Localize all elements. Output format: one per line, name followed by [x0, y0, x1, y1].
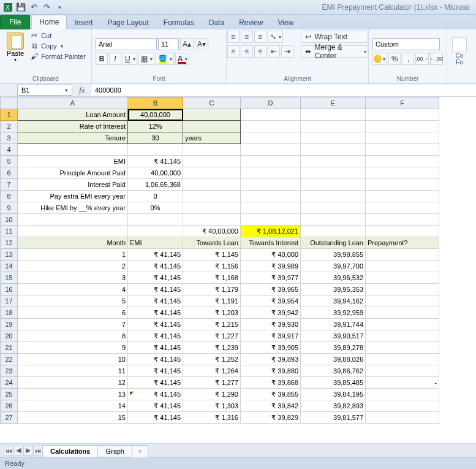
orientation-icon[interactable]: ⤡: [268, 31, 283, 43]
row-header[interactable]: 14: [1, 261, 18, 272]
row-header[interactable]: 24: [1, 377, 18, 389]
cell[interactable]: [183, 202, 241, 214]
cell[interactable]: 39,90,517: [301, 330, 366, 342]
cell[interactable]: ₹ 41,145: [128, 156, 183, 167]
cell[interactable]: 14: [18, 400, 128, 412]
redo-icon[interactable]: ↷: [41, 2, 52, 13]
format-painter-button[interactable]: 🖌Format Painter: [28, 51, 88, 61]
cell[interactable]: [128, 214, 183, 226]
row-header[interactable]: 15: [1, 272, 18, 284]
fx-icon[interactable]: fx: [77, 85, 87, 95]
cell[interactable]: [241, 167, 301, 179]
cell[interactable]: [301, 121, 366, 132]
row-header[interactable]: 8: [1, 191, 18, 202]
cell[interactable]: [366, 167, 439, 179]
cell[interactable]: ₹ 1,215: [183, 319, 241, 330]
cell[interactable]: 39,94,162: [301, 296, 366, 307]
cut-button[interactable]: ✂Cut: [28, 31, 88, 40]
cell[interactable]: EMI: [128, 237, 183, 249]
cell[interactable]: ₹ 41,145: [128, 319, 183, 330]
row-header[interactable]: 10: [1, 214, 18, 226]
cell[interactable]: [301, 202, 366, 214]
cell[interactable]: ₹ 39,942: [241, 307, 301, 319]
row-header[interactable]: 16: [1, 284, 18, 296]
col-header-F[interactable]: F: [366, 97, 439, 109]
cell[interactable]: 39,86,762: [301, 365, 366, 377]
cell[interactable]: ◤₹ 41,145: [128, 389, 183, 400]
tab-formulas[interactable]: Formulas: [156, 16, 202, 29]
cell[interactable]: ₹ 39,868: [241, 377, 301, 389]
cell[interactable]: 39,88,026: [301, 354, 366, 365]
cell[interactable]: 8: [18, 330, 128, 342]
cell[interactable]: Outstanding Loan: [301, 237, 366, 249]
row-header[interactable]: 13: [1, 249, 18, 261]
row-header[interactable]: 6: [1, 167, 18, 179]
cell[interactable]: [366, 342, 439, 354]
cell[interactable]: [366, 132, 439, 144]
cell[interactable]: ₹ 41,145: [128, 400, 183, 412]
cell[interactable]: 15: [18, 412, 128, 424]
select-all-corner[interactable]: [1, 97, 18, 109]
conditional-formatting-icon[interactable]: [452, 37, 467, 52]
first-sheet-icon[interactable]: ⏮: [4, 446, 13, 456]
row-header[interactable]: 7: [1, 179, 18, 191]
cell[interactable]: [366, 272, 439, 284]
cell[interactable]: [183, 156, 241, 167]
cell[interactable]: ₹ 41,145: [128, 249, 183, 261]
cell[interactable]: [366, 156, 439, 167]
bold-button[interactable]: B: [96, 53, 108, 65]
cell[interactable]: [366, 109, 439, 121]
cell[interactable]: 1: [18, 249, 128, 261]
cell[interactable]: [366, 412, 439, 424]
qat-customize-icon[interactable]: ▾: [54, 2, 65, 13]
cell[interactable]: [183, 214, 241, 226]
row-header[interactable]: 12: [1, 237, 18, 249]
tab-file[interactable]: File: [0, 15, 30, 29]
cell[interactable]: ₹ 41,145: [128, 342, 183, 354]
align-middle-icon[interactable]: ≡: [241, 31, 253, 43]
cell[interactable]: [183, 144, 241, 156]
decrease-decimal-icon[interactable]: ←.00: [430, 53, 443, 65]
row-header[interactable]: 5: [1, 156, 18, 167]
row-header[interactable]: 18: [1, 307, 18, 319]
cell[interactable]: years: [183, 132, 241, 144]
cell[interactable]: 39,89,278: [301, 342, 366, 354]
cell[interactable]: [241, 214, 301, 226]
row-header[interactable]: 25: [1, 389, 18, 400]
tab-data[interactable]: Data: [202, 16, 232, 29]
cell[interactable]: EMI: [18, 156, 128, 167]
cell[interactable]: ₹ 1,179: [183, 284, 241, 296]
row-header[interactable]: 19: [1, 319, 18, 330]
cell[interactable]: [301, 132, 366, 144]
next-sheet-icon[interactable]: ▶: [23, 446, 33, 456]
cell[interactable]: 10: [18, 354, 128, 365]
cell[interactable]: ₹ 41,145: [128, 330, 183, 342]
cell[interactable]: [241, 132, 301, 144]
cell[interactable]: ₹ 41,145: [128, 296, 183, 307]
cell[interactable]: ₹ 39,954: [241, 296, 301, 307]
cell[interactable]: [301, 167, 366, 179]
cell[interactable]: [241, 191, 301, 202]
align-right-icon[interactable]: ≡: [254, 45, 266, 58]
paste-button[interactable]: Paste ▾: [4, 31, 27, 64]
cell[interactable]: [366, 214, 439, 226]
font-name-select[interactable]: [96, 38, 157, 50]
cell[interactable]: [128, 144, 183, 156]
cell[interactable]: [183, 167, 241, 179]
cell[interactable]: 9: [18, 342, 128, 354]
cell[interactable]: [183, 121, 241, 132]
col-header-B[interactable]: B: [128, 97, 183, 109]
copy-button[interactable]: ⧉Copy▾: [28, 41, 88, 51]
cell[interactable]: -: [366, 377, 439, 389]
tab-home[interactable]: Home: [31, 15, 67, 29]
cell[interactable]: Month: [18, 237, 128, 249]
merge-center-button[interactable]: ⬌Merge & Center: [301, 45, 368, 58]
cell[interactable]: ₹ 39,855: [241, 389, 301, 400]
cell[interactable]: 39,81,577: [301, 412, 366, 424]
cell[interactable]: 11: [18, 365, 128, 377]
cell[interactable]: Towards Loan: [183, 237, 241, 249]
cell[interactable]: [183, 191, 241, 202]
cell[interactable]: [301, 179, 366, 191]
comma-format-icon[interactable]: ,: [402, 53, 414, 65]
cell[interactable]: 1,06,65,368: [128, 179, 183, 191]
